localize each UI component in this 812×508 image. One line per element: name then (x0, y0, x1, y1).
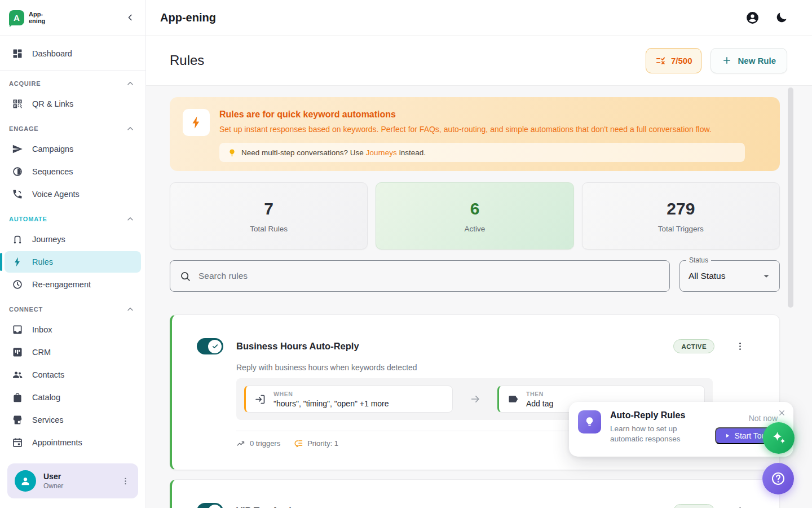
people-icon (12, 369, 23, 380)
bolt-icon (183, 109, 210, 136)
sidebar-item-rules[interactable]: Rules (5, 251, 141, 273)
sparkles-icon (770, 430, 787, 446)
new-rule-button[interactable]: New Rule (710, 48, 787, 73)
then-label: THEN (526, 391, 553, 397)
toggle-check-icon (208, 505, 222, 508)
tag-icon (508, 393, 519, 405)
info-banner: Rules are for quick keyword automations … (170, 97, 780, 171)
sidebar-header: A App- ening (0, 0, 145, 36)
chevron-up-icon (126, 124, 135, 133)
page-title: Rules (170, 52, 204, 68)
account-icon[interactable] (745, 11, 760, 25)
banner-body: Set up instant responses based on keywor… (219, 125, 766, 134)
chevron-up-icon (126, 214, 135, 224)
popup-body: Learn how to set up automatic responses (610, 424, 706, 444)
topbar: App-ening (146, 0, 812, 36)
when-label: WHEN (273, 391, 389, 397)
not-now-button[interactable]: Not now (749, 414, 778, 423)
when-condition-box: WHEN "hours", "timing", "open" +1 more (244, 386, 453, 413)
chevron-up-icon (126, 305, 135, 314)
stat-total-triggers: 279 Total Triggers (582, 182, 780, 249)
status-select-label: Status (686, 256, 711, 264)
sidebar-collapse-icon[interactable] (125, 12, 135, 23)
rule-name: VIP Tag Assignment (236, 506, 325, 508)
lightbulb-icon (228, 148, 236, 157)
banner-title: Rules are for quick keyword automations (219, 109, 766, 120)
user-menu-kebab-icon[interactable] (117, 473, 134, 489)
sidebar-item-dashboard[interactable]: Dashboard (5, 43, 141, 64)
section-acquire[interactable]: ACQUIRE (0, 71, 145, 92)
ai-assistant-fab[interactable] (763, 422, 795, 454)
user-profile-card[interactable]: User Owner (7, 463, 138, 498)
storefront-icon (12, 414, 23, 426)
sidebar-item-contacts[interactable]: Contacts (5, 364, 141, 386)
sidebar-nav: Dashboard ACQUIRE QR & Links ENGAGE Camp… (0, 36, 145, 453)
search-input[interactable] (198, 271, 660, 281)
arrow-right-icon (469, 393, 482, 405)
auto-reply-tip-popup: Auto-Reply Rules Learn how to set up aut… (569, 402, 793, 457)
plus-icon (722, 55, 732, 65)
trending-up-icon (236, 439, 246, 448)
kanban-icon (12, 347, 23, 358)
rule-card: VIP Tag Assignment ACTIVE (170, 479, 780, 508)
popup-texts: Auto-Reply Rules Learn how to set up aut… (610, 410, 706, 448)
sidebar-item-appointments[interactable]: Appointments (5, 432, 141, 453)
sidebar-item-catalog[interactable]: Catalog (5, 387, 141, 408)
rule-description: Reply with business hours when keywords … (236, 363, 748, 372)
sidebar-item-voice-agents[interactable]: Voice Agents (5, 183, 141, 205)
play-icon (724, 432, 731, 439)
brand-name: App- ening (29, 11, 45, 24)
section-engage[interactable]: ENGAGE (0, 116, 145, 137)
sidebar-item-re-engagement[interactable]: Re-engagement (5, 274, 141, 295)
app-root: A App- ening Dashboard ACQUIRE (0, 0, 812, 508)
shopping-bag-icon (12, 392, 23, 403)
status-badge: ACTIVE (673, 504, 714, 508)
sidebar-item-inbox[interactable]: Inbox (5, 319, 141, 340)
then-texts: THEN Add tag (526, 391, 553, 408)
rule-toggle[interactable] (197, 338, 223, 354)
journeys-link[interactable]: Journeys (366, 148, 397, 157)
user-role: Owner (43, 482, 63, 490)
note-suffix: instead. (399, 148, 426, 157)
avatar (15, 470, 36, 492)
stat-total-rules: 7 Total Rules (170, 182, 368, 249)
sidebar-item-journeys[interactable]: Journeys (5, 229, 141, 250)
login-arrow-icon (254, 393, 266, 405)
rule-quota-badge: 7/500 (646, 48, 702, 73)
note-text: Need multi-step conversations? Use (241, 148, 364, 157)
filters-row: Status All Status (170, 260, 780, 292)
rule-toggle[interactable] (197, 503, 223, 508)
toggle-check-icon (208, 340, 222, 353)
qr-code-icon (12, 98, 23, 110)
priority-icon (294, 439, 303, 448)
app-title: App-ening (160, 11, 216, 24)
sidebar-item-sequences[interactable]: Sequences (5, 161, 141, 182)
dark-mode-moon-icon[interactable] (775, 11, 788, 24)
section-automate[interactable]: AUTOMATE (0, 206, 145, 227)
sidebar-item-crm[interactable]: CRM (5, 341, 141, 363)
rule-menu-kebab-icon[interactable] (732, 339, 748, 354)
dashboard-icon (12, 48, 23, 59)
sidebar: A App- ening Dashboard ACQUIRE (0, 0, 146, 508)
stat-active: 6 Active (376, 182, 573, 249)
phone-icon (12, 189, 23, 200)
help-fab[interactable] (762, 463, 794, 494)
status-select[interactable]: Status All Status (679, 260, 780, 292)
close-icon[interactable] (778, 409, 786, 417)
popup-title: Auto-Reply Rules (610, 410, 706, 421)
sidebar-item-campaigns[interactable]: Campaigns (5, 138, 141, 160)
send-icon (12, 143, 23, 155)
scrollbar-thumb[interactable] (788, 87, 793, 308)
search-box (170, 260, 670, 292)
then-value: Add tag (526, 399, 553, 408)
section-connect[interactable]: CONNECT (0, 296, 145, 318)
when-value: "hours", "timing", "open" +1 more (273, 399, 389, 408)
user-name: User (43, 472, 63, 481)
banner-note: Need multi-step conversations? Use Journ… (219, 143, 745, 162)
page-header: Rules 7/500 New Rule (146, 36, 812, 86)
sidebar-item-qr-links[interactable]: QR & Links (5, 93, 141, 115)
rule-menu-kebab-icon[interactable] (732, 503, 748, 508)
trigger-count: 0 triggers (236, 439, 280, 448)
sidebar-item-services[interactable]: Services (5, 409, 141, 431)
bolt-icon (12, 256, 23, 268)
